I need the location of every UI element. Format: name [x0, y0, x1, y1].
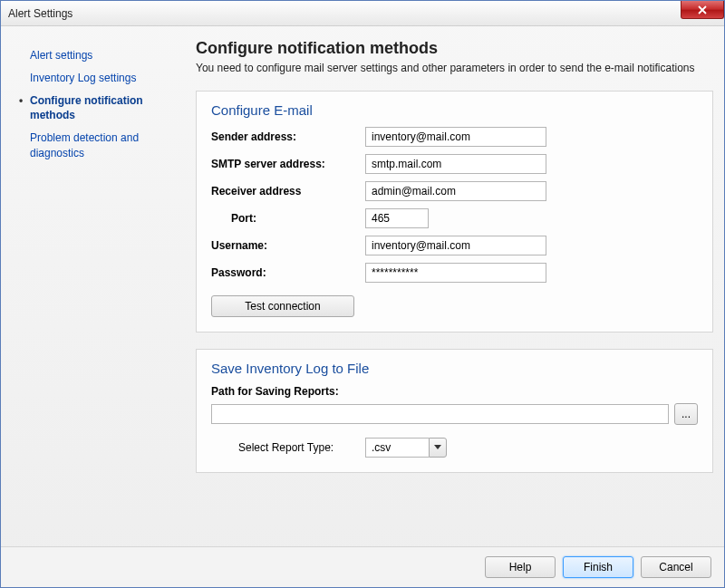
- test-connection-button[interactable]: Test connection: [211, 295, 354, 317]
- input-password[interactable]: [365, 263, 546, 283]
- main-content: Configure notification methods You need …: [196, 39, 713, 539]
- input-username[interactable]: [365, 236, 546, 255]
- label-sender: Sender address:: [211, 130, 365, 143]
- chevron-down-icon: [434, 445, 441, 450]
- input-port[interactable]: [365, 208, 429, 228]
- label-receiver: Receiver address: [211, 185, 365, 198]
- window-title: Alert Settings: [8, 7, 72, 20]
- bullet-icon: •: [19, 93, 30, 109]
- sidebar: • Alert settings • Inventory Log setting…: [12, 39, 188, 539]
- row-sender: Sender address:: [211, 127, 698, 147]
- page-title: Configure notification methods: [196, 39, 713, 58]
- page-subtitle: You need to configure mail server settin…: [196, 62, 713, 74]
- sidebar-item-label: Problem detection and diagnostics: [30, 130, 185, 161]
- row-receiver: Receiver address: [211, 181, 698, 201]
- close-button[interactable]: [681, 1, 724, 19]
- row-smtp: SMTP server address:: [211, 154, 698, 174]
- sidebar-item-label: Configure notification methods: [30, 93, 185, 124]
- titlebar[interactable]: Alert Settings: [1, 1, 724, 26]
- label-port: Port:: [211, 212, 365, 225]
- row-username: Username:: [211, 236, 698, 255]
- sidebar-item-alert-settings[interactable]: • Alert settings: [12, 44, 188, 67]
- dialog-body: • Alert settings • Inventory Log setting…: [1, 26, 724, 546]
- dialog-footer: Help Finish Cancel: [1, 546, 724, 587]
- label-path: Path for Saving Reports:: [211, 385, 698, 398]
- sidebar-item-label: Inventory Log settings: [30, 71, 185, 86]
- input-receiver-address[interactable]: [365, 181, 546, 201]
- row-report-type: Select Report Type: .csv: [238, 438, 698, 458]
- sidebar-item-inventory-log-settings[interactable]: • Inventory Log settings: [12, 67, 188, 90]
- input-smtp-server[interactable]: [365, 154, 546, 174]
- help-button[interactable]: Help: [485, 556, 556, 578]
- label-smtp: SMTP server address:: [211, 158, 365, 170]
- close-icon: [698, 5, 707, 14]
- combobox-dropdown-button[interactable]: [429, 438, 447, 458]
- report-type-combobox[interactable]: .csv: [365, 438, 447, 458]
- browse-button[interactable]: ...: [674, 403, 698, 425]
- row-password: Password:: [211, 263, 698, 283]
- input-sender-address[interactable]: [365, 127, 546, 147]
- panel-title-email: Configure E-mail: [211, 102, 698, 118]
- dialog-window: Alert Settings • Alert settings • Invent…: [0, 0, 725, 588]
- label-report-type: Select Report Type:: [238, 441, 365, 454]
- configure-email-panel: Configure E-mail Sender address: SMTP se…: [196, 91, 713, 333]
- combobox-value: .csv: [365, 438, 429, 458]
- sidebar-item-label: Alert settings: [30, 48, 185, 63]
- sidebar-item-problem-detection[interactable]: • Problem detection and diagnostics: [12, 127, 188, 165]
- label-password: Password:: [211, 266, 365, 279]
- finish-button[interactable]: Finish: [563, 556, 633, 578]
- panel-title-save-log: Save Inventory Log to File: [211, 361, 698, 376]
- sidebar-item-configure-notification-methods[interactable]: • Configure notification methods: [12, 90, 188, 128]
- row-path: ...: [211, 403, 698, 425]
- save-log-panel: Save Inventory Log to File Path for Savi…: [196, 349, 713, 473]
- label-username: Username:: [211, 239, 365, 252]
- ellipsis-icon: ...: [682, 408, 691, 420]
- cancel-button[interactable]: Cancel: [641, 556, 711, 578]
- row-port: Port:: [211, 208, 698, 228]
- input-path[interactable]: [211, 404, 669, 424]
